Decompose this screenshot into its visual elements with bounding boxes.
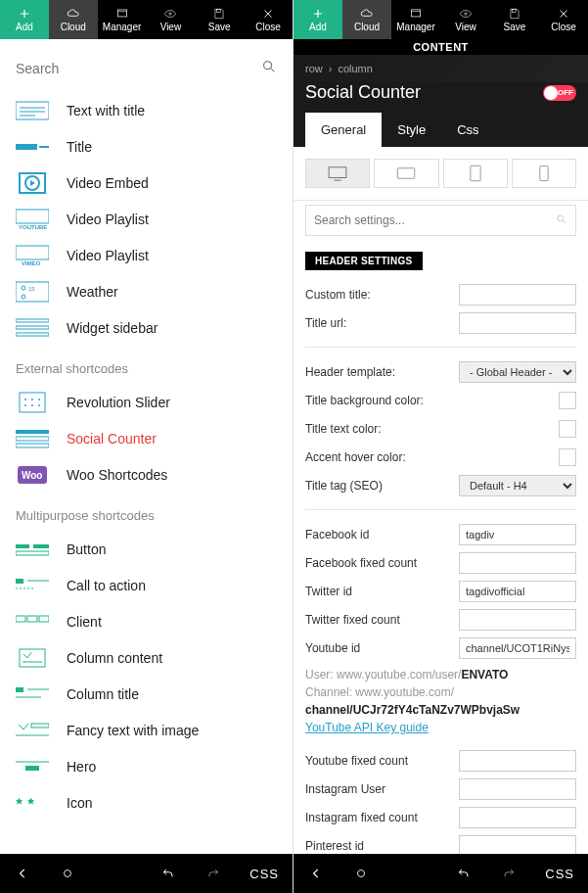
css-label[interactable]: CSS [545, 867, 574, 881]
element-item[interactable]: Button [0, 531, 293, 567]
manager-button[interactable]: Manager [391, 0, 440, 39]
tab-style[interactable]: Style [382, 113, 441, 147]
element-item[interactable]: VIMEOVideo Playlist [0, 237, 293, 273]
undo-icon[interactable] [159, 865, 177, 882]
close-button[interactable]: Close [539, 0, 588, 39]
element-item[interactable]: Column content [0, 639, 293, 676]
element-item[interactable]: YOUTUBEVideo Playlist [0, 201, 293, 237]
element-item[interactable]: 15Weather [0, 273, 293, 309]
elements-list[interactable]: Text with titleTitleVideo EmbedYOUTUBEVi… [0, 92, 293, 854]
add-button[interactable]: Add [0, 0, 49, 39]
element-label: Social Counter [67, 431, 157, 446]
input-title-url[interactable] [459, 312, 576, 334]
label-yt-fixed: Youtube fixed count [305, 754, 459, 768]
settings-search-input[interactable] [314, 213, 556, 227]
svg-point-55 [465, 13, 467, 15]
element-item[interactable]: Widget sidebar [0, 309, 293, 346]
element-item[interactable]: Text with title [0, 92, 293, 128]
element-label: Video Playlist [67, 248, 149, 263]
colt-icon [16, 683, 49, 705]
redo-icon[interactable] [204, 865, 222, 882]
device-tablet-landscape[interactable] [374, 159, 438, 188]
device-tablet-portrait[interactable] [443, 159, 508, 188]
input-ig-fixed[interactable] [459, 807, 576, 828]
search-input[interactable] [16, 57, 261, 80]
breadcrumb-column[interactable]: column [338, 63, 372, 74]
input-fb-id[interactable] [459, 524, 576, 545]
svg-text:YOUTUBE: YOUTUBE [19, 224, 47, 230]
element-label: Woo Shortcodes [67, 467, 167, 483]
svg-rect-30 [16, 430, 49, 434]
breadcrumb-row[interactable]: row [305, 63, 323, 74]
tab-css[interactable]: Css [441, 113, 494, 147]
device-desktop[interactable] [305, 159, 370, 188]
element-label: Revolution Slider [67, 395, 170, 410]
circle-icon[interactable] [59, 865, 76, 882]
select-title-tag[interactable]: Default - H4 [459, 475, 576, 496]
title-line-icon [16, 136, 49, 158]
tablet-portrait-icon [470, 164, 481, 182]
swatch-accent[interactable] [559, 448, 576, 466]
circle-icon[interactable] [352, 865, 370, 882]
element-item[interactable]: Fancy text with image [0, 712, 293, 748]
youtube-api-link[interactable]: YouTube API Key guide [305, 721, 429, 734]
input-ig-user[interactable] [459, 778, 576, 800]
undo-icon[interactable] [455, 865, 473, 882]
element-item[interactable]: Title [0, 128, 293, 164]
input-pin-id[interactable] [459, 835, 576, 855]
svg-rect-4 [16, 102, 49, 119]
input-tw-fixed[interactable] [459, 609, 576, 631]
woo-icon: Woo [16, 464, 49, 486]
view-button[interactable]: View [146, 0, 195, 39]
element-item[interactable]: Video Embed [0, 164, 293, 201]
element-item[interactable]: Social Counter [0, 420, 293, 456]
add-button[interactable]: Add [294, 0, 342, 39]
element-item[interactable]: Icon [0, 784, 293, 821]
svg-point-19 [22, 295, 25, 299]
fancy-icon [16, 720, 49, 741]
search-icon[interactable] [261, 59, 277, 78]
input-fb-fixed[interactable] [459, 552, 576, 574]
view-button[interactable]: View [441, 0, 490, 39]
close-button[interactable]: Close [244, 0, 293, 39]
close-icon [259, 7, 277, 21]
svg-rect-12 [16, 210, 49, 223]
svg-rect-31 [16, 437, 49, 441]
device-phone[interactable] [512, 159, 576, 188]
search-icon[interactable] [556, 212, 567, 229]
svg-rect-9 [39, 146, 49, 148]
content-bar: CONTENT [294, 39, 588, 55]
css-label[interactable]: CSS [249, 867, 279, 881]
bottom-bar-left: CSS [0, 854, 293, 893]
input-tw-id[interactable] [459, 581, 576, 602]
cloud-button[interactable]: Cloud [49, 0, 98, 39]
save-button[interactable]: Save [195, 0, 244, 39]
svg-text:15: 15 [28, 286, 35, 292]
element-item[interactable]: Client [0, 603, 293, 639]
off-toggle[interactable]: OFF [543, 85, 576, 101]
element-item[interactable]: Revolution Slider [0, 384, 293, 420]
save-button[interactable]: Save [490, 0, 539, 39]
section-header: HEADER SETTINGS [305, 252, 423, 270]
cloud-button[interactable]: Cloud [342, 0, 391, 39]
element-item[interactable]: Hero [0, 748, 293, 784]
tab-general[interactable]: General [305, 113, 382, 147]
label-tw-id: Twitter id [305, 585, 459, 598]
swatch-title-bg[interactable] [559, 392, 576, 409]
chevron-left-icon[interactable] [307, 865, 325, 882]
label-ig-fixed: Instagram fixed count [305, 811, 459, 824]
svg-rect-54 [411, 10, 420, 17]
settings-scroll[interactable]: HEADER SETTINGS Custom title: Title url:… [294, 246, 588, 854]
swatch-title-text[interactable] [559, 420, 576, 438]
input-yt-id[interactable] [459, 637, 576, 659]
category-header: External shortcodes [0, 346, 293, 384]
select-header-template[interactable]: - Global Header - [459, 361, 576, 383]
input-yt-fixed[interactable] [459, 750, 576, 772]
element-item[interactable]: WooWoo Shortcodes [0, 456, 293, 493]
redo-icon[interactable] [500, 865, 518, 882]
manager-button[interactable]: Manager [98, 0, 147, 39]
element-item[interactable]: Column title [0, 676, 293, 712]
chevron-left-icon[interactable] [14, 865, 31, 882]
input-custom-title[interactable] [459, 284, 576, 306]
element-item[interactable]: Call to action [0, 567, 293, 603]
